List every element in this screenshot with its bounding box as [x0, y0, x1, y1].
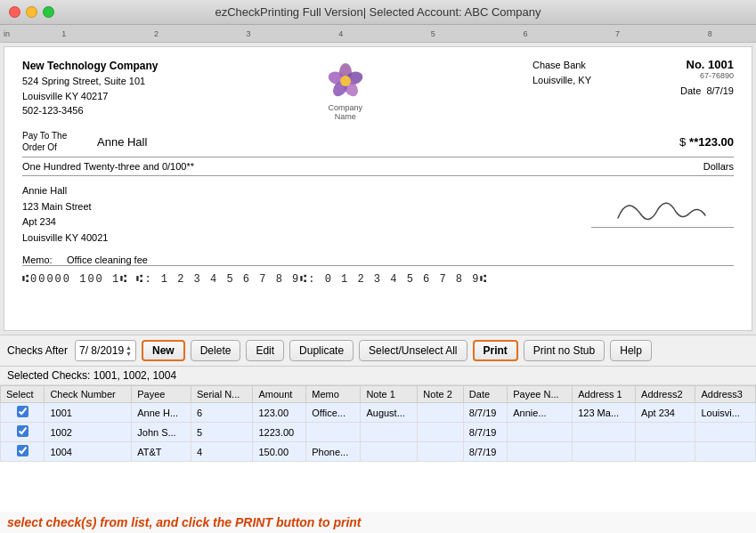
ruler-mark: 7	[572, 29, 664, 38]
col-amount: Amount	[253, 386, 306, 403]
col-payee: Payee	[132, 386, 191, 403]
signature-svg	[609, 187, 716, 227]
edit-button[interactable]: Edit	[246, 340, 284, 361]
ruler-mark: 5	[387, 29, 480, 38]
date-stepper[interactable]: ▲ ▼	[126, 344, 132, 357]
col-addr1: Address 1	[573, 386, 636, 403]
row-amount: 1223.00	[253, 423, 306, 442]
table-row[interactable]: 1001Anne H...6123.00Office...August...8/…	[1, 403, 756, 423]
payee-addr4: Louisville KY 40021	[22, 230, 108, 246]
col-memo: Memo	[306, 386, 361, 403]
row-select-cell[interactable]	[1, 442, 45, 462]
row-note2	[418, 423, 463, 442]
dollar-sign: $	[679, 135, 686, 149]
close-button[interactable]	[9, 6, 20, 18]
row-note1	[361, 423, 418, 442]
title-bar: ezCheckPrinting Full Version| Selected A…	[0, 0, 756, 25]
row-addr2: Apt 234	[636, 403, 695, 423]
ruler-mark: 2	[110, 29, 203, 38]
col-date: Date	[463, 386, 507, 403]
maximize-button[interactable]	[43, 6, 54, 18]
select-unselect-button[interactable]: Select/Unselect All	[359, 340, 467, 361]
bank-info: Chase Bank Louisville, KY	[532, 58, 591, 87]
row-memo	[306, 423, 361, 442]
row-memo: Office...	[306, 403, 361, 423]
pay-to-label: Pay To TheOrder Of	[22, 130, 93, 153]
signature-area	[591, 183, 734, 228]
row-note1	[361, 442, 418, 462]
row-date: 8/7/19	[463, 442, 507, 462]
row-addr1: 123 Ma...	[573, 403, 636, 423]
date-input-group[interactable]: 7/ 8/2019 ▲ ▼	[75, 340, 136, 361]
routing-number: 67-76890	[700, 71, 734, 80]
row-select-cell[interactable]	[1, 423, 45, 442]
print-button[interactable]: Print	[473, 340, 518, 361]
payee-addr3: Apt 234	[22, 214, 108, 230]
checks-table-container[interactable]: Select Check Number Payee Serial N... Am…	[0, 385, 756, 512]
row-payee: Anne H...	[132, 403, 191, 423]
company-info: New Technology Company 524 Spring Street…	[22, 58, 158, 118]
row-check-number: 1004	[45, 442, 132, 462]
row-payee: AT&T	[132, 442, 191, 462]
row-addr1	[573, 423, 636, 442]
check-number: No. 1001	[687, 58, 734, 71]
date-label: Date	[680, 85, 701, 96]
row-note1: August...	[361, 403, 418, 423]
memo-text: Office cleaning fee	[67, 254, 734, 265]
row-checkbox[interactable]	[17, 406, 28, 417]
logo-label: CompanyName	[328, 103, 362, 121]
company-logo: CompanyName	[323, 61, 368, 121]
toolbar: Checks After 7/ 8/2019 ▲ ▼ New Delete Ed…	[0, 335, 756, 367]
print-no-stub-button[interactable]: Print no Stub	[524, 340, 605, 361]
ruler-mark: 3	[202, 29, 295, 38]
row-serial: 6	[191, 403, 252, 423]
row-serial: 4	[191, 442, 252, 462]
row-select-cell[interactable]	[1, 403, 45, 423]
col-check-number: Check Number	[45, 386, 132, 403]
words-section: One Hundred Twenty-three and 0/100** Dol…	[22, 157, 734, 176]
row-check-number: 1001	[45, 403, 132, 423]
ruler-unit: in	[4, 29, 10, 38]
table-row[interactable]: 1004AT&T4150.00Phone...8/7/19	[1, 442, 756, 462]
row-addr2	[636, 442, 695, 462]
pay-section: Pay To TheOrder Of Anne Hall $ **123.00	[22, 130, 734, 157]
row-checkbox[interactable]	[17, 425, 28, 437]
stepper-down[interactable]: ▼	[126, 351, 132, 357]
delete-button[interactable]: Delete	[191, 340, 241, 361]
window-title: ezCheckPrinting Full Version| Selected A…	[215, 5, 541, 19]
row-note2	[418, 442, 463, 462]
selected-checks-text: Selected Checks: 1001, 1002, 1004	[7, 369, 176, 382]
col-serial: Serial N...	[191, 386, 252, 403]
company-phone: 502-123-3456	[22, 103, 158, 118]
bottom-annotation: select check(s) from list, and click the…	[0, 512, 756, 533]
row-addr2	[636, 423, 695, 442]
help-button[interactable]: Help	[610, 340, 652, 361]
table-row[interactable]: 1002John S...51223.008/7/19	[1, 423, 756, 442]
row-amount: 123.00	[253, 403, 306, 423]
check-date-line: Date 8/7/19	[680, 85, 734, 96]
checks-after-label: Checks After	[7, 344, 68, 357]
row-note2	[418, 403, 463, 423]
duplicate-button[interactable]: Duplicate	[289, 340, 354, 361]
minimize-button[interactable]	[26, 6, 37, 18]
bank-city: Louisville, KY	[532, 73, 591, 88]
row-payeen	[508, 423, 573, 442]
amount-value: **123.00	[689, 135, 734, 149]
main-content: in 1 2 3 4 5 6 7 8 New Technology Compan…	[0, 25, 756, 533]
dollars-label: Dollars	[695, 161, 734, 172]
row-checkbox[interactable]	[17, 445, 28, 456]
col-payeen: Payee N...	[508, 386, 573, 403]
row-payeen: Annie...	[508, 403, 573, 423]
table-header-row: Select Check Number Payee Serial N... Am…	[1, 386, 756, 403]
window-controls[interactable]	[9, 6, 54, 18]
stepper-up[interactable]: ▲	[126, 344, 132, 351]
row-memo: Phone...	[306, 442, 361, 462]
new-button[interactable]: New	[142, 340, 185, 361]
micr-line: ⑆00000 100 1⑆ ⑆: 1 2 3 4 5 6 7 8 9⑆: 0 1…	[22, 273, 734, 286]
date-input-value: 7/ 8/2019	[79, 344, 124, 357]
check-date: 8/7/19	[706, 85, 734, 96]
row-serial: 5	[191, 423, 252, 442]
col-select: Select	[1, 386, 45, 403]
amount-box: $ **123.00	[679, 135, 734, 149]
payee-name: Anne Hall	[93, 135, 679, 149]
